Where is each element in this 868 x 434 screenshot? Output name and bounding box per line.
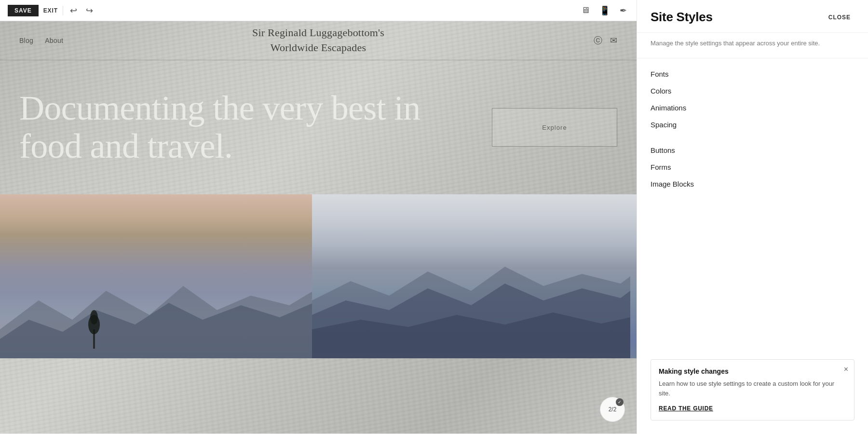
- nav-blog-link[interactable]: Blog: [19, 37, 33, 44]
- panel-nav: Fonts Colors Animations Spacing Buttons …: [637, 58, 868, 200]
- site-header: Blog About Sir Reginald Luggagebottom's …: [0, 21, 637, 60]
- panel-title: Site Styles: [651, 10, 713, 25]
- panel-close-button[interactable]: CLOSE: [825, 12, 854, 23]
- panel-subtitle: Manage the style settings that appear ac…: [637, 33, 868, 58]
- panel-nav-group-2: Buttons Forms Image Blocks: [651, 142, 854, 192]
- toolbar-left: SAVE EXIT ↩ ↪: [8, 4, 95, 17]
- panel-spacer: [637, 200, 868, 360]
- pen-icon: ✒: [620, 5, 627, 16]
- desktop-view-button[interactable]: 🖥: [579, 4, 592, 16]
- svg-point-4: [90, 310, 98, 325]
- panel-header: Site Styles CLOSE: [637, 0, 868, 33]
- page-counter: 2/2 ✓: [600, 397, 625, 422]
- mobile-view-button[interactable]: 📱: [597, 4, 612, 17]
- read-the-guide-link[interactable]: READ THE GUIDE: [659, 405, 713, 412]
- undo-button[interactable]: ↩: [68, 4, 79, 17]
- hero-text: Documenting the very best in food and tr…: [19, 89, 473, 165]
- site-nav: Blog About: [19, 37, 63, 44]
- mountain-silhouette-left: [0, 262, 312, 358]
- site-image-right: [312, 194, 637, 358]
- site-hero: Documenting the very best in food and tr…: [0, 60, 637, 185]
- redo-icon: ↪: [86, 5, 93, 16]
- check-icon: ✓: [616, 398, 624, 406]
- editor-area: SAVE EXIT ↩ ↪ 🖥 📱 ✒: [0, 0, 637, 434]
- pen-tool-button[interactable]: ✒: [618, 4, 629, 17]
- nav-item-colors[interactable]: Colors: [651, 83, 854, 99]
- site-title: Sir Reginald Luggagebottom's Worldwide E…: [252, 26, 384, 55]
- site-title-center: Sir Reginald Luggagebottom's Worldwide E…: [252, 26, 384, 55]
- toolbar: SAVE EXIT ↩ ↪ 🖥 📱 ✒: [0, 0, 637, 21]
- nav-item-spacing[interactable]: Spacing: [651, 117, 854, 133]
- style-changes-toast: × Making style changes Learn how to use …: [651, 359, 854, 420]
- panel-nav-group-1: Fonts Colors Animations Spacing: [651, 66, 854, 133]
- hero-heading: Documenting the very best in food and tr…: [19, 89, 473, 165]
- mobile-icon: 📱: [599, 5, 610, 16]
- redo-button[interactable]: ↪: [84, 4, 95, 17]
- nav-item-image-blocks[interactable]: Image Blocks: [651, 176, 854, 192]
- tree-silhouette: [87, 310, 101, 349]
- toast-title: Making style changes: [659, 367, 846, 375]
- nav-item-animations[interactable]: Animations: [651, 100, 854, 116]
- instagram-icon[interactable]: ⓒ: [594, 35, 602, 46]
- desktop-icon: 🖥: [581, 5, 590, 15]
- site-styles-panel: Site Styles CLOSE Manage the style setti…: [637, 0, 868, 434]
- toast-close-button[interactable]: ×: [844, 366, 848, 373]
- site-image-left: [0, 194, 312, 358]
- site-header-icons: ⓒ ✉: [594, 35, 617, 46]
- nav-item-forms[interactable]: Forms: [651, 159, 854, 175]
- save-button[interactable]: SAVE: [8, 5, 39, 16]
- toast-body: Learn how to use style settings to creat…: [659, 379, 846, 398]
- explore-button[interactable]: Explore: [492, 108, 617, 147]
- toolbar-right: 🖥 📱 ✒: [579, 4, 629, 17]
- nav-item-fonts[interactable]: Fonts: [651, 66, 854, 82]
- nav-item-buttons[interactable]: Buttons: [651, 142, 854, 158]
- preview-wrapper: Blog About Sir Reginald Luggagebottom's …: [0, 21, 637, 434]
- site-preview: Blog About Sir Reginald Luggagebottom's …: [0, 21, 637, 434]
- toolbar-divider: [63, 6, 63, 15]
- exit-button[interactable]: EXIT: [43, 7, 58, 14]
- nav-about-link[interactable]: About: [45, 37, 63, 44]
- undo-icon: ↩: [70, 5, 77, 16]
- mountain-silhouette-right: [312, 252, 630, 358]
- site-images: [0, 194, 637, 358]
- email-icon[interactable]: ✉: [610, 35, 617, 46]
